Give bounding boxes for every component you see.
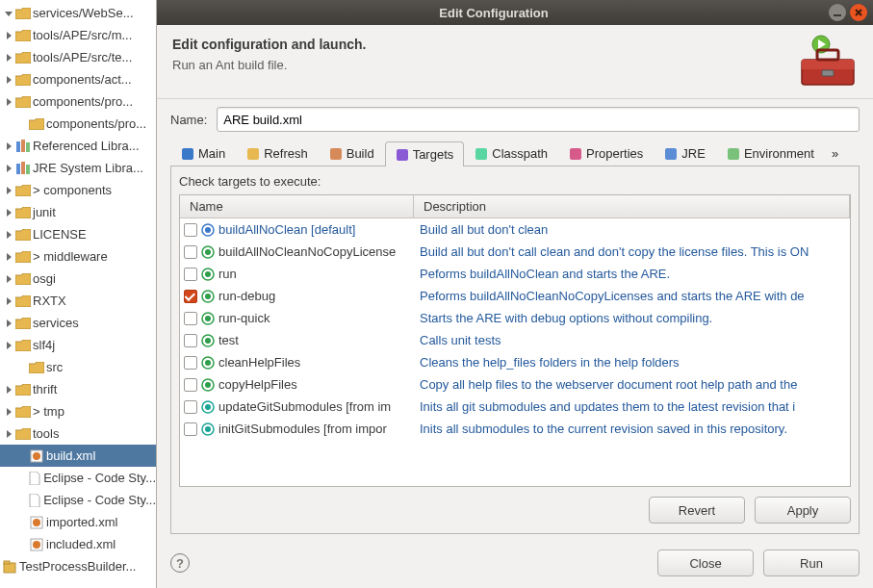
tree-twisty-icon[interactable] <box>4 408 13 416</box>
revert-button[interactable]: Revert <box>649 497 745 524</box>
tree-item[interactable]: tools/APE/src/m... <box>0 24 156 46</box>
tree-twisty-icon[interactable] <box>4 32 13 39</box>
ant-icon <box>29 448 44 464</box>
tree-twisty-icon[interactable] <box>4 320 13 327</box>
tree-item[interactable]: junit <box>0 201 156 223</box>
target-row[interactable]: testCalls unit tests <box>180 329 850 351</box>
tree-item[interactable]: Eclipse - Code Sty... <box>0 489 156 511</box>
target-checkbox[interactable] <box>184 378 197 392</box>
tab-classpath[interactable]: Classpath <box>464 141 558 166</box>
tree-item[interactable]: src <box>0 356 156 378</box>
tree-twisty-icon[interactable] <box>4 231 13 239</box>
tree-item[interactable]: > middleware <box>0 245 156 268</box>
tree-item[interactable]: build.xml <box>0 445 156 467</box>
tree-item[interactable]: RXTX <box>0 290 156 312</box>
tree-item[interactable]: included.xml <box>0 533 156 555</box>
target-row[interactable]: buildAllNoCleanNoCopyLicenseBuild all bu… <box>180 241 850 263</box>
tab-icon <box>181 147 194 161</box>
tree-twisty-icon[interactable] <box>4 297 13 305</box>
tree-item[interactable]: LICENSE <box>0 223 156 245</box>
tree-twisty-icon[interactable] <box>4 98 13 106</box>
tab-label: Classpath <box>492 146 548 161</box>
tree-twisty-icon[interactable] <box>4 386 13 394</box>
tree-twisty-icon[interactable] <box>4 253 13 261</box>
tree-item-label: osgi <box>33 271 56 286</box>
tree-twisty-icon[interactable] <box>4 187 13 194</box>
target-row[interactable]: runPeforms buildAllNoClean and starts th… <box>180 263 850 285</box>
tree-item[interactable]: Eclipse - Code Sty... <box>0 467 156 489</box>
tab-targets[interactable]: Targets <box>385 141 465 166</box>
tree-twisty-icon[interactable] <box>4 342 13 349</box>
column-header-name[interactable]: Name <box>180 195 414 217</box>
tree-twisty-icon[interactable] <box>4 142 13 150</box>
tree-item[interactable]: tools <box>0 422 156 445</box>
tree-item-label: TestProcessBuilder... <box>19 559 136 574</box>
tree-item[interactable]: osgi <box>0 268 156 290</box>
target-row[interactable]: initGitSubmodules [from imporInits all s… <box>180 418 850 440</box>
tab-refresh[interactable]: Refresh <box>236 141 319 166</box>
apply-button[interactable]: Apply <box>755 497 851 524</box>
tab-label: Properties <box>586 146 643 161</box>
tab-overflow-button[interactable]: » <box>825 141 845 166</box>
target-row[interactable]: cleanHelpFilesCleans the help_files fold… <box>180 351 850 373</box>
tree-item[interactable]: components/pro... <box>0 113 156 135</box>
target-row[interactable]: run-debugPeforms buildAllNoCleanNoCopyLi… <box>180 285 850 307</box>
target-row[interactable]: run-quickStarts the ARE with debug optio… <box>180 307 850 329</box>
target-row[interactable]: copyHelpFilesCopy all help files to the … <box>180 373 850 396</box>
tree-item[interactable]: thrift <box>0 378 156 400</box>
tree-twisty-icon[interactable] <box>4 165 13 172</box>
target-checkbox[interactable] <box>184 245 197 259</box>
dialog-titlebar[interactable]: Edit Configuration <box>157 0 873 25</box>
svg-rect-2 <box>26 142 30 152</box>
tree-twisty-icon[interactable] <box>4 430 13 438</box>
target-checkbox[interactable] <box>184 268 197 281</box>
tab-main[interactable]: Main <box>170 141 236 166</box>
folder-pkg-icon <box>15 94 31 110</box>
help-button[interactable]: ? <box>170 553 190 573</box>
tree-twisty-icon[interactable] <box>4 10 13 17</box>
tab-build[interactable]: Build <box>319 141 385 166</box>
minimize-button[interactable] <box>829 4 846 21</box>
tree-item[interactable]: TestProcessBuilder... <box>0 555 156 577</box>
tree-twisty-icon[interactable] <box>4 209 13 217</box>
tab-icon <box>475 147 488 161</box>
tree-item[interactable]: services/WebSe... <box>0 2 156 24</box>
tab-jre[interactable]: JRE <box>654 141 716 166</box>
tree-twisty-icon[interactable] <box>4 54 13 62</box>
tree-item[interactable]: components/pro... <box>0 90 156 113</box>
target-checkbox[interactable] <box>184 334 197 347</box>
tab-properties[interactable]: Properties <box>558 141 654 166</box>
tree-item[interactable]: components/act... <box>0 68 156 90</box>
close-button[interactable]: Close <box>657 550 754 576</box>
target-row[interactable]: buildAllNoClean [default]Build all but d… <box>180 218 850 241</box>
target-checkbox[interactable] <box>184 356 197 370</box>
configuration-name-input[interactable] <box>217 107 860 132</box>
target-checkbox[interactable] <box>184 400 197 414</box>
target-name: initGitSubmodules [from impor <box>218 422 387 436</box>
tree-item[interactable]: Referenced Libra... <box>0 135 156 157</box>
tabstrip: MainRefreshBuildTargetsClasspathProperti… <box>170 140 860 166</box>
target-checkbox[interactable] <box>184 290 197 303</box>
tree-item[interactable]: services <box>0 312 156 334</box>
target-icon <box>201 223 215 237</box>
tree-item[interactable]: slf4j <box>0 334 156 356</box>
tree-item[interactable]: tools/APE/src/te... <box>0 46 156 68</box>
project-tree[interactable]: services/WebSe...tools/APE/src/m...tools… <box>0 0 156 588</box>
target-checkbox[interactable] <box>184 422 197 436</box>
target-row[interactable]: updateGitSubmodules [from imInits all gi… <box>180 396 850 418</box>
tree-item[interactable]: JRE System Libra... <box>0 157 156 179</box>
tree-twisty-icon[interactable] <box>4 76 13 84</box>
ant-icon <box>29 515 44 530</box>
tree-item[interactable]: > tmp <box>0 400 156 422</box>
target-checkbox[interactable] <box>184 223 197 237</box>
folder-icon <box>15 6 31 21</box>
tree-item[interactable]: imported.xml <box>0 511 156 533</box>
tree-item[interactable]: > components <box>0 179 156 201</box>
target-checkbox[interactable] <box>184 312 197 325</box>
column-header-description[interactable]: Description <box>414 195 850 217</box>
run-button[interactable]: Run <box>763 550 860 576</box>
tab-label: Targets <box>413 147 454 162</box>
tab-environment[interactable]: Environment <box>716 141 825 166</box>
close-window-button[interactable] <box>850 4 867 21</box>
tree-twisty-icon[interactable] <box>4 275 13 283</box>
